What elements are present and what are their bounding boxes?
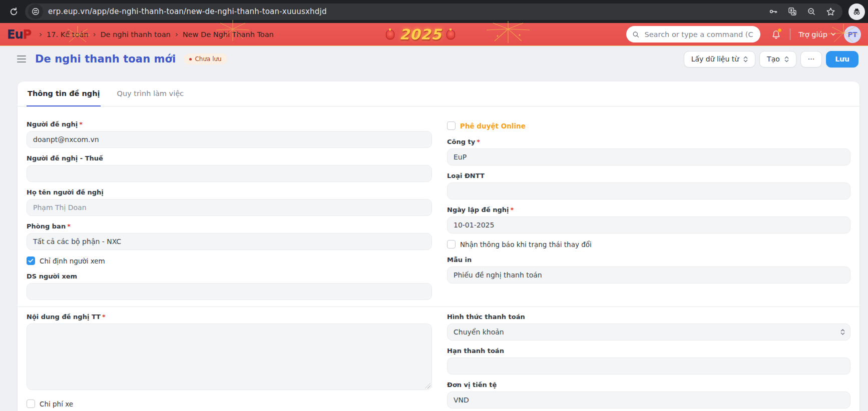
field-label: Đơn vị tiền tệ (447, 381, 497, 388)
help-menu[interactable]: Trợ giúp (798, 30, 836, 38)
screen: erp.eup.vn/app/de-nghi-thanh-toan/new-de… (0, 0, 868, 411)
nhan-thong-bao-checkbox[interactable] (447, 240, 456, 248)
field-ds-nguoi-xem: DS người xem (27, 272, 432, 300)
nguoi-de-nghi-input[interactable] (27, 131, 432, 148)
form-section-2: Nội dung đề nghị TT* Chi phí xe (27, 307, 850, 411)
zoom-icon[interactable] (804, 4, 818, 18)
breadcrumb: › 17. Kế toán › De nghi thanh toan › New… (39, 30, 274, 39)
lantern-icon (447, 30, 455, 40)
field-label: Công ty (447, 138, 475, 146)
fetch-from-label: Lấy dữ liệu từ (691, 55, 739, 63)
checkbox-label: Nhận thông báo khi trạng thái thay đổi (460, 240, 592, 248)
field-phong-ban: Phòng ban* (27, 222, 432, 250)
field-chi-dinh-nguoi-xem: Chỉ định người xem (27, 256, 432, 265)
field-label: DS người xem (27, 272, 77, 280)
noi-dung-de-nghi-tt-textarea[interactable] (27, 324, 432, 390)
menu-toggle-icon[interactable] (15, 54, 28, 64)
ngay-lap-de-nghi-input[interactable] (447, 216, 850, 234)
breadcrumb-separator: › (39, 30, 42, 39)
user-avatar[interactable]: PT (844, 26, 861, 43)
field-label: Nội dung đề nghị TT (27, 313, 101, 320)
reload-icon[interactable] (5, 3, 22, 20)
url-actions (766, 4, 837, 18)
field-label: Loại ĐNTT (447, 172, 485, 180)
phe-duyet-online-checkbox[interactable] (447, 122, 456, 130)
field-label: Hình thức thanh toán (447, 313, 525, 320)
han-thanh-toan-input[interactable] (447, 358, 850, 374)
app-navbar: EuP › 17. Kế toán › De nghi thanh toan ›… (0, 23, 868, 46)
notifications-button[interactable] (771, 30, 781, 40)
check-icon (28, 258, 34, 263)
field-label: Người đề nghị - Thuế (27, 154, 103, 162)
url-bar[interactable]: erp.eup.vn/app/de-nghi-thanh-toan/new-de… (25, 4, 842, 20)
field-label: Người đề nghị (27, 120, 78, 128)
form-tabs: Thông tin đề nghị Quy trình làm việc (18, 82, 859, 106)
global-search[interactable] (626, 26, 760, 42)
tab-quy-trinh-lam-viec[interactable]: Quy trình làm việc (116, 82, 185, 106)
field-hinh-thuc-thanh-toan: Hình thức thanh toán (447, 313, 850, 340)
breadcrumb-item-workspace[interactable]: 17. Kế toán (47, 30, 88, 38)
page-actions: Lấy dữ liệu từ Tạo ··· Lưu (684, 51, 858, 68)
help-label: Trợ giúp (798, 30, 827, 38)
site-info-icon[interactable] (28, 4, 43, 19)
search-input[interactable] (643, 30, 754, 39)
fireworks-decoration (481, 21, 536, 46)
search-icon (632, 30, 639, 38)
required-mark: * (67, 222, 71, 230)
browser-chrome: erp.eup.vn/app/de-nghi-thanh-toan/new-de… (0, 0, 868, 23)
page-head: De nghi thanh toan mới Chưa lưu Lấy dữ l… (0, 46, 868, 72)
field-label: Họ tên người đề nghị (27, 188, 104, 196)
lantern-icon (386, 30, 394, 40)
nguoi-de-nghi-thue-input[interactable] (27, 165, 432, 182)
field-phe-duyet-online: Phê duyệt Online (447, 122, 850, 130)
checkbox-label: Chi phí xe (40, 400, 73, 408)
chi-dinh-nguoi-xem-checkbox[interactable] (27, 256, 35, 265)
eup-logo[interactable]: EuP (7, 28, 31, 40)
incognito-profile-icon[interactable] (848, 4, 865, 20)
field-don-vi-tien-te: Đơn vị tiền tệ (447, 381, 850, 408)
mau-in-input[interactable] (447, 266, 850, 284)
select-chevrons-icon (784, 56, 789, 62)
breadcrumb-item-current[interactable]: New De Nghi Thanh Toan (183, 30, 274, 38)
ds-nguoi-xem-input[interactable] (27, 283, 432, 300)
field-label: Mẫu in (447, 256, 472, 264)
ho-ten-nguoi-de-nghi-input[interactable] (27, 199, 432, 216)
url-text[interactable]: erp.eup.vn/app/de-nghi-thanh-toan/new-de… (48, 7, 766, 16)
status-badge-label: Chưa lưu (195, 56, 221, 62)
field-label: Phòng ban (27, 222, 66, 230)
required-mark: * (511, 206, 514, 214)
column-right: Phê duyệt Online Công ty* Loại ĐNTT Ngày… (447, 120, 850, 306)
tab-thong-tin-de-nghi[interactable]: Thông tin đề nghị (27, 82, 101, 106)
don-vi-tien-te-input[interactable] (447, 392, 850, 408)
more-options-button[interactable]: ··· (800, 51, 822, 68)
bookmark-star-icon[interactable] (823, 4, 837, 18)
select-chevrons-icon (743, 56, 748, 62)
field-nguoi-de-nghi-thue: Người đề nghị - Thuế (27, 154, 432, 182)
form-body: Người đề nghị* Người đề nghị - Thuế Họ t… (18, 106, 859, 411)
new-year-decoration: 2025 (350, 23, 491, 46)
password-key-icon[interactable] (766, 4, 780, 18)
hinh-thuc-thanh-toan-select[interactable] (447, 324, 850, 340)
breadcrumb-item-doctype[interactable]: De nghi thanh toan (100, 30, 170, 38)
cong-ty-input[interactable] (447, 148, 850, 166)
loai-dntt-input[interactable] (447, 182, 850, 200)
status-dot-icon (189, 58, 192, 60)
chi-phi-xe-checkbox[interactable] (27, 400, 35, 408)
field-label: Hạn thanh toán (447, 347, 504, 354)
required-mark: * (477, 138, 480, 146)
page-title: De nghi thanh toan mới (35, 53, 176, 65)
new-year-2025-text: 2025 (399, 26, 442, 43)
create-label: Tạo (767, 55, 780, 63)
field-nhan-thong-bao: Nhận thông báo khi trạng thái thay đổi (447, 240, 850, 248)
fetch-from-button[interactable]: Lấy dữ liệu từ (684, 51, 755, 68)
divider (790, 28, 790, 40)
field-ngay-lap-de-nghi: Ngày lập đề nghị* (447, 206, 850, 234)
required-mark: * (79, 120, 83, 128)
column-left: Nội dung đề nghị TT* Chi phí xe (27, 313, 432, 411)
breadcrumb-separator: › (175, 30, 178, 39)
translate-icon[interactable] (785, 4, 799, 18)
create-button[interactable]: Tạo (759, 51, 796, 68)
phong-ban-input[interactable] (27, 233, 432, 250)
field-loai-dntt: Loại ĐNTT (447, 172, 850, 200)
save-button[interactable]: Lưu (826, 51, 858, 68)
